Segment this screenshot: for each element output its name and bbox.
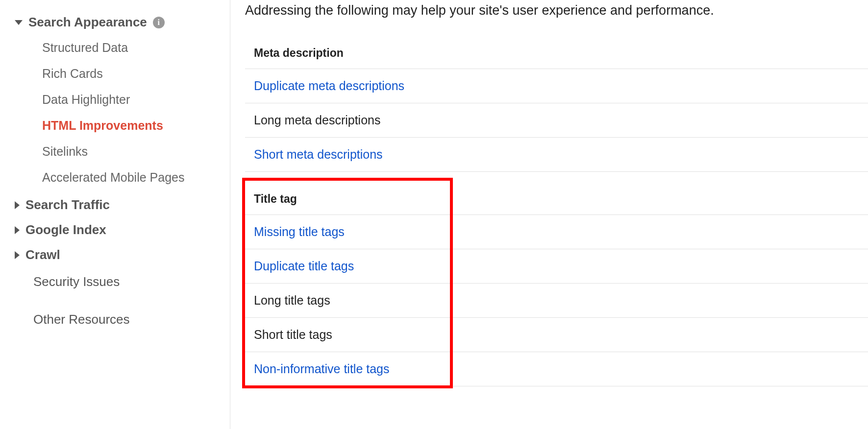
info-icon[interactable]: i — [153, 17, 165, 28]
issue-short-title: Short title tags — [245, 318, 868, 352]
nav-label: Google Index — [25, 222, 106, 238]
issue-text: Short title tags — [254, 328, 332, 341]
sidebar: Search Appearance i Structured Data Rich… — [0, 0, 230, 429]
nav-label: Search Traffic — [25, 197, 110, 213]
nav-header-google-index[interactable]: Google Index — [15, 217, 230, 242]
intro-text: Addressing the following may help your s… — [245, 0, 868, 33]
section-title-titletag: Title tag — [245, 184, 868, 215]
section-title-meta: Meta description — [245, 38, 868, 69]
meta-description-section: Meta description Duplicate meta descript… — [245, 38, 868, 172]
issue-link: Duplicate title tags — [254, 259, 354, 273]
issue-link: Missing title tags — [254, 225, 345, 238]
sidebar-item-amp[interactable]: Accelerated Mobile Pages — [42, 165, 230, 191]
issue-duplicate-meta[interactable]: Duplicate meta descriptions — [245, 69, 868, 103]
chevron-right-icon — [15, 251, 20, 259]
nav-header-search-traffic[interactable]: Search Traffic — [15, 192, 230, 217]
nav-label: Crawl — [25, 247, 60, 262]
nav-item-other-resources[interactable]: Other Resources — [15, 305, 230, 334]
issue-short-meta[interactable]: Short meta descriptions — [245, 138, 868, 172]
sidebar-item-html-improvements[interactable]: HTML Improvements — [42, 113, 230, 139]
issue-link: Duplicate meta descriptions — [254, 79, 404, 93]
issue-duplicate-title[interactable]: Duplicate title tags — [245, 249, 868, 284]
issue-long-title: Long title tags — [245, 284, 868, 318]
issue-missing-title[interactable]: Missing title tags — [245, 215, 868, 249]
nav-label: Security Issues — [28, 274, 120, 289]
chevron-right-icon — [15, 226, 20, 234]
issue-link: Non-informative title tags — [254, 362, 390, 376]
sidebar-item-sitelinks[interactable]: Sitelinks — [42, 139, 230, 165]
chevron-right-icon — [15, 201, 20, 209]
nav-label: Search Appearance — [28, 15, 147, 30]
nav-sub-search-appearance: Structured Data Rich Cards Data Highligh… — [15, 35, 230, 191]
sidebar-item-rich-cards[interactable]: Rich Cards — [42, 61, 230, 87]
chevron-down-icon — [15, 20, 23, 25]
issue-noninformative-title[interactable]: Non-informative title tags — [245, 352, 868, 386]
nav-label: Other Resources — [28, 312, 130, 327]
issue-text: Long title tags — [254, 293, 330, 307]
nav-item-security-issues[interactable]: Security Issues — [15, 267, 230, 296]
sidebar-item-structured-data[interactable]: Structured Data — [42, 35, 230, 61]
title-tag-section: Title tag Missing title tags Duplicate t… — [245, 184, 868, 386]
issue-link: Short meta descriptions — [254, 147, 383, 161]
issue-long-meta: Long meta descriptions — [245, 103, 868, 138]
nav-section-search-appearance: Search Appearance i Structured Data Rich… — [15, 10, 230, 191]
issue-text: Long meta descriptions — [254, 113, 380, 127]
nav-header-crawl[interactable]: Crawl — [15, 242, 230, 267]
sidebar-item-data-highlighter[interactable]: Data Highlighter — [42, 87, 230, 113]
nav-header-search-appearance[interactable]: Search Appearance i — [15, 10, 230, 35]
main-content: Addressing the following may help your s… — [230, 0, 868, 429]
